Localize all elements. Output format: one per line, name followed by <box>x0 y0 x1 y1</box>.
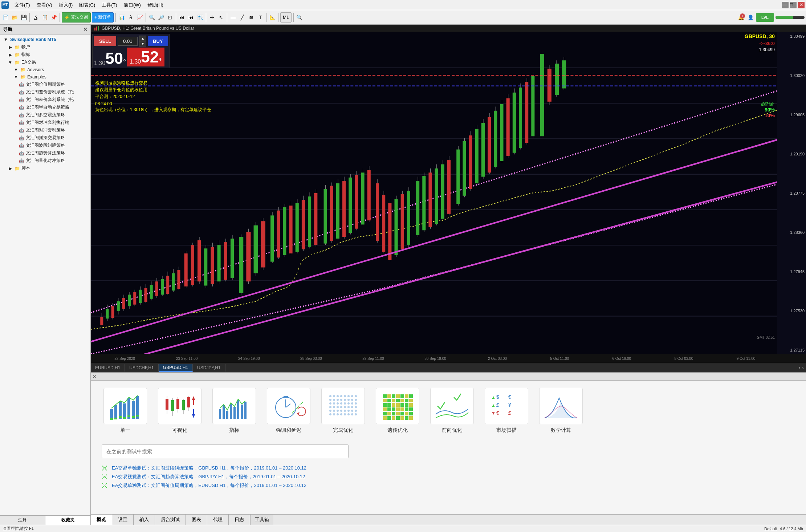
m1-button[interactable]: M1 <box>280 12 292 23</box>
candlestick-icon[interactable]: 🕯 <box>127 13 135 21</box>
bottom-close-btn[interactable]: ✕ <box>92 374 97 379</box>
cursor-icon[interactable]: ↖ <box>217 13 225 21</box>
chart-tab-usdchf[interactable]: USDCHF,H1 <box>125 364 158 371</box>
window-maximize-btn[interactable]: □ <box>790 2 797 8</box>
nav-item-strategy-2[interactable]: 🤖 文汇阁差价套利系统（托 <box>0 88 90 96</box>
bottom-tab-settings[interactable]: 设置 <box>112 515 134 525</box>
nav-item-strategy-4[interactable]: 🤖 文汇阁半自动交易策略 <box>0 103 90 111</box>
new-icon[interactable]: 📄 <box>1 13 9 21</box>
nav-title: 导航 <box>3 26 12 33</box>
crosshair-icon[interactable]: ✛ <box>208 13 216 21</box>
menu-item-window[interactable]: 窗口(W) <box>121 1 144 9</box>
tab-nav-right[interactable]: › <box>802 365 804 371</box>
chart-tab-usdjpy[interactable]: USDJPY,H1 <box>193 364 225 371</box>
icon-math[interactable]: 数学计算 <box>537 388 585 434</box>
paste-icon[interactable]: 📌 <box>50 13 58 21</box>
nav-item-ea[interactable]: ▼ 📁 EA交易 <box>0 58 90 66</box>
bottom-tab-chart[interactable]: 图表 <box>186 515 207 525</box>
nav-tab-notes[interactable]: 注释 <box>0 516 45 525</box>
copy-icon[interactable]: 📋 <box>41 13 49 21</box>
nav-item-strategy-11[interactable]: 🤖 文汇阁量化对冲策略 <box>0 157 90 165</box>
nav-tab-favorites[interactable]: 收藏夹 <box>45 516 90 525</box>
menu-item-insert[interactable]: 插入(I) <box>56 1 76 9</box>
svg-rect-153 <box>540 54 544 136</box>
icon-market-scan[interactable]: ▲ $ € ▲ £ ¥ ▼ € £ 市场扫描 <box>483 388 530 434</box>
scroll-right-icon[interactable]: ⏭ <box>178 13 186 21</box>
window-close-btn[interactable]: ✕ <box>798 2 805 8</box>
bottom-tab-overview[interactable]: 概览 <box>91 515 112 525</box>
history-icon-1 <box>102 474 109 480</box>
icon-emphasis[interactable]: 强调和延迟 <box>265 388 312 434</box>
menu-item-chart[interactable]: 图表(C) <box>76 1 98 9</box>
buy-button[interactable]: BUY <box>148 36 168 46</box>
nav-item-scripts[interactable]: ▶ 📁 脚本 <box>0 165 90 172</box>
nav-item-strategy-9[interactable]: 🤖 文汇阁波段纠缠策略 <box>0 142 90 149</box>
strategy-icon-3: 🤖 <box>19 97 24 102</box>
lot-input[interactable] <box>118 37 138 46</box>
line-chart-icon[interactable]: 📈 <box>136 13 144 21</box>
icon-genetic[interactable]: 遗传优化 <box>374 388 421 434</box>
sell-button[interactable]: SELL <box>94 36 116 46</box>
menu-item-file[interactable]: 文件(F) <box>12 1 33 9</box>
hline-icon[interactable]: — <box>229 13 237 21</box>
window-minimize-btn[interactable]: — <box>782 2 789 8</box>
bottom-tab-proxy[interactable]: 代理 <box>207 515 229 525</box>
icon-optimization[interactable]: 完成优化 <box>319 388 367 434</box>
lot-down-btn[interactable]: ▼ <box>139 41 146 46</box>
nav-item-strategy-6[interactable]: 🤖 文汇阁对冲套利执行端 <box>0 119 90 126</box>
trendline-icon[interactable]: ╱ <box>238 13 246 21</box>
text-icon[interactable]: T <box>256 13 264 21</box>
fit-icon[interactable]: ⊡ <box>166 13 174 21</box>
nav-body: ▼ Swissquote Bank MT5 ▶ 📁 帐户 ▶ 📁 指标 ▼ 📁 … <box>0 34 90 515</box>
icon-forward[interactable]: 前向优化 <box>428 388 476 434</box>
zoom-out-icon[interactable]: 🔎 <box>157 13 165 21</box>
history-item-2[interactable]: EA交易单独测试：文汇阁价值周期策略，EURUSD H1，每个报价，2019.0… <box>102 482 795 489</box>
nav-item-account[interactable]: ▶ 📁 帐户 <box>0 43 90 51</box>
history-item-1[interactable]: EA交易视觉测试：文汇阁趋势算法策略，GBPJPY H1，每个报价，2019.0… <box>102 474 795 480</box>
icon-visual[interactable]: 可视化 <box>156 388 203 434</box>
indicator-icon[interactable]: 📐 <box>268 13 276 21</box>
scroll-left-icon[interactable]: ⏮ <box>187 13 195 21</box>
nav-item-strategy-10[interactable]: 🤖 文汇阁趋势算法策略 <box>0 149 90 157</box>
nav-item-advisors[interactable]: ▼ 📂 Advisors <box>0 66 90 73</box>
nav-broker-row[interactable]: ▼ Swissquote Bank MT5 <box>0 36 90 43</box>
menu-item-view[interactable]: 查看(V) <box>34 1 55 9</box>
notifications-icon[interactable]: 🔔 1 <box>737 13 745 21</box>
nav-close-btn[interactable]: ✕ <box>83 27 87 32</box>
menu-item-tools[interactable]: 工具(T) <box>99 1 120 9</box>
svg-rect-21 <box>111 306 114 318</box>
icon-indicator[interactable]: 指标 <box>211 388 258 434</box>
open-icon[interactable]: 📂 <box>11 13 19 21</box>
algo-trading-button[interactable]: ⚡ 算法交易 <box>62 12 91 23</box>
chart-tab-eurusd[interactable]: EURUSD,H1 <box>91 364 125 371</box>
chart-tab-gbpusd[interactable]: GBPUSD,H1 <box>159 364 193 372</box>
menu-item-help[interactable]: 帮助(H) <box>144 1 166 9</box>
search-input[interactable] <box>102 444 349 458</box>
user-icon[interactable]: 👤 <box>746 13 754 21</box>
bottom-tab-log[interactable]: 日志 <box>229 515 250 525</box>
lot-up-btn[interactable]: ▲ <box>139 36 146 41</box>
nav-item-strategy-1[interactable]: 🤖 文汇阁价值周期策略 <box>0 81 90 88</box>
search-toolbar-icon[interactable]: 🔍 <box>296 13 304 21</box>
nav-item-strategy-5[interactable]: 🤖 文汇阁多空震荡策略 <box>0 111 90 119</box>
period-sep-icon[interactable]: 📉 <box>196 13 204 21</box>
nav-item-strategy-3[interactable]: 🤖 文汇阁差价套利系统（托 <box>0 96 90 103</box>
new-order-button[interactable]: + 新订单 <box>92 12 114 23</box>
save-icon[interactable]: 💾 <box>20 13 28 21</box>
bottom-tab-input[interactable]: 输入 <box>134 515 155 525</box>
nav-item-strategy-7[interactable]: 🤖 文汇阁对冲套利策略 <box>0 126 90 134</box>
chart-main[interactable]: SELL ▲ ▼ BUY 1.30 50 ° <box>91 32 806 354</box>
nav-item-examples[interactable]: ▼ 📂 Examples <box>0 73 90 81</box>
tab-nav-left[interactable]: ‹ <box>798 365 800 371</box>
fibonacci-icon[interactable]: ≋ <box>247 13 255 21</box>
chart-bar-icon[interactable]: 📊 <box>118 13 126 21</box>
history-item-0[interactable]: EA交易单独测试：文汇阁波段纠缠策略，GBPUSD H1，每个报价，2019.0… <box>102 465 795 471</box>
bottom-tab-backtest[interactable]: 后台测试 <box>155 515 186 525</box>
nav-item-strategy-8[interactable]: 🤖 文汇阁摇摆交易策略 <box>0 134 90 142</box>
zoom-in-icon[interactable]: 🔍 <box>148 13 156 21</box>
svg-point-229 <box>329 406 331 408</box>
print-icon[interactable]: 🖨 <box>32 13 40 21</box>
icon-single[interactable]: 单一 <box>102 388 149 434</box>
nav-item-indicators[interactable]: ▶ 📁 指标 <box>0 51 90 58</box>
svg-point-230 <box>333 406 335 408</box>
